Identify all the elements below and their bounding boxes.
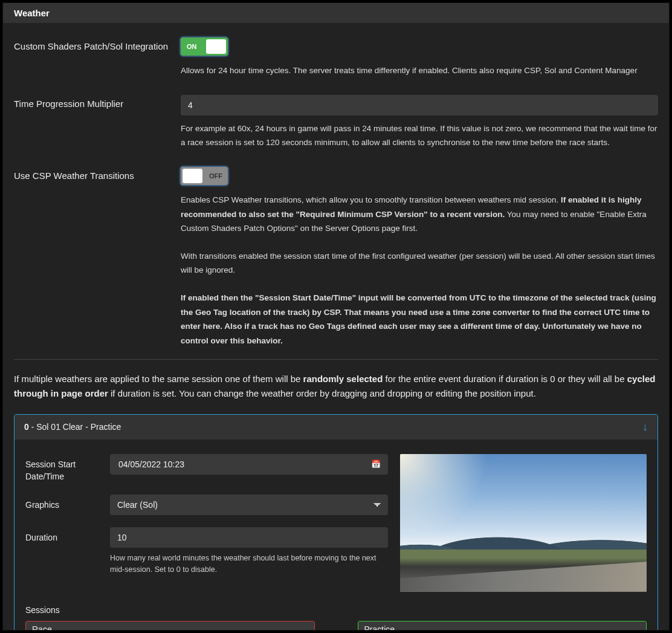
weather-card-header[interactable]: 0 - Sol 01 Clear - Practice ↓ <box>15 415 657 440</box>
input-time-multiplier[interactable] <box>181 95 658 115</box>
label-sessions: Sessions <box>25 605 647 615</box>
list-item[interactable]: Practice <box>358 622 647 631</box>
multi-weather-note: If multiple weathers are applied to the … <box>14 372 658 401</box>
input-duration[interactable] <box>110 527 388 548</box>
row-duration: Duration How many real world minutes the… <box>25 527 388 576</box>
weather-card: 0 - Sol 01 Clear - Practice ↓ Session St… <box>14 414 658 631</box>
sessions-selected-list[interactable]: Practice <box>358 621 647 631</box>
row-session-start: Session Start Date/Time 04/05/2022 10:23… <box>25 454 388 483</box>
panel-title: Weather <box>3 3 669 23</box>
divider <box>14 359 658 360</box>
toggle-on-label: ON <box>187 37 197 56</box>
weather-preview-image <box>400 454 647 592</box>
toggle-csp-transitions[interactable]: OFF <box>181 167 228 185</box>
sessions-section: Sessions Race Qualifying ⇄ Practice <box>25 605 647 631</box>
label-csp-integration: Custom Shaders Patch/Sol Integration <box>14 37 181 53</box>
toggle-csp-integration[interactable]: ON <box>181 37 228 56</box>
weather-card-body: Session Start Date/Time 04/05/2022 10:23… <box>15 440 657 631</box>
calendar-icon: 📅 <box>371 459 381 469</box>
label-graphics: Graphics <box>25 495 110 511</box>
weather-panel: Weather Custom Shaders Patch/Sol Integra… <box>2 2 670 631</box>
toggle-handle <box>206 39 226 54</box>
help-csp-transitions-1: Enables CSP Weather transitions, which a… <box>181 193 658 236</box>
help-duration: How many real world minutes the weather … <box>110 553 388 576</box>
help-csp-integration: Allows for 24 hour time cycles. The serv… <box>181 63 658 78</box>
toggle-off-label: OFF <box>209 167 222 185</box>
sessions-transfer: Race Qualifying ⇄ Practice <box>25 621 647 631</box>
label-time-multiplier: Time Progression Multiplier <box>14 95 181 111</box>
input-session-start[interactable]: 04/05/2022 10:23 📅 <box>110 454 388 475</box>
list-item[interactable]: Race <box>26 622 314 631</box>
help-csp-transitions-3: If enabled then the "Session Start Date/… <box>181 291 658 348</box>
row-csp-integration: Custom Shaders Patch/Sol Integration ON … <box>14 37 658 78</box>
row-graphics: Graphics Clear (Sol) <box>25 495 388 515</box>
panel-body: Custom Shaders Patch/Sol Integration ON … <box>3 23 669 631</box>
arrow-down-icon: ↓ <box>642 421 648 433</box>
toggle-handle <box>183 169 202 183</box>
select-graphics[interactable]: Clear (Sol) <box>110 495 388 515</box>
label-csp-transitions: Use CSP Weather Transitions <box>14 167 181 183</box>
weather-card-title: 0 - Sol 01 Clear - Practice <box>24 422 121 432</box>
session-start-value: 04/05/2022 10:23 <box>118 459 184 469</box>
help-time-multiplier: For example at 60x, 24 hours in game wil… <box>181 122 658 150</box>
row-csp-transitions: Use CSP Weather Transitions OFF Enables … <box>14 167 658 348</box>
help-csp-transitions-2: With transitions enabled the session sta… <box>181 249 658 278</box>
label-duration: Duration <box>25 527 110 544</box>
label-session-start: Session Start Date/Time <box>25 454 110 483</box>
row-time-multiplier: Time Progression Multiplier For example … <box>14 95 658 150</box>
sessions-available-list[interactable]: Race Qualifying <box>25 621 315 631</box>
